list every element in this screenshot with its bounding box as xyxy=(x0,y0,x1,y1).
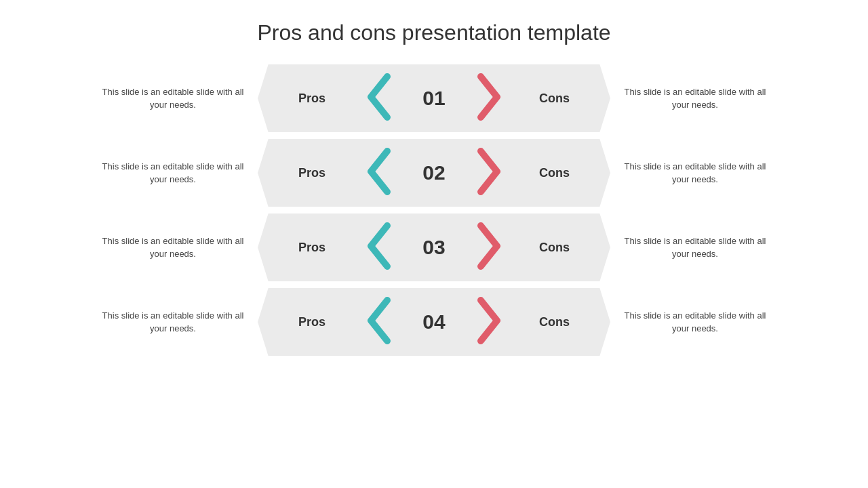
row-3: This slide is an editable slide with all… xyxy=(27,214,841,281)
center-shape-3: Pros 03 Cons xyxy=(258,214,610,281)
number-3: 03 xyxy=(422,236,445,259)
chevron-right-1 xyxy=(473,73,505,123)
right-text-1: This slide is an editable slide with all… xyxy=(610,85,773,112)
row-4: This slide is an editable slide with all… xyxy=(27,288,841,356)
chevron-right-2 xyxy=(473,148,505,198)
chevron-right-3 xyxy=(473,222,505,272)
rows-container: This slide is an editable slide with all… xyxy=(27,64,841,356)
row-2: This slide is an editable slide with all… xyxy=(27,139,841,207)
slide: Pros and cons presentation template This… xyxy=(0,0,868,488)
row-1: This slide is an editable slide with all… xyxy=(27,64,841,132)
center-shape-1: Pros 01 Cons xyxy=(258,64,610,132)
number-4: 04 xyxy=(422,310,445,333)
chevron-left-2 xyxy=(363,148,395,198)
left-text-3: This slide is an editable slide with all… xyxy=(95,235,258,261)
cons-label-4: Cons xyxy=(539,315,570,329)
pros-label-3: Pros xyxy=(298,241,326,255)
left-text-1: This slide is an editable slide with all… xyxy=(95,85,258,112)
number-1: 01 xyxy=(422,87,445,110)
cons-label-2: Cons xyxy=(539,166,570,180)
chevron-left-3 xyxy=(363,222,395,272)
pros-label-2: Pros xyxy=(298,166,326,180)
center-shape-2: Pros 02 Cons xyxy=(258,139,610,207)
right-text-4: This slide is an editable slide with all… xyxy=(610,309,773,336)
slide-title: Pros and cons presentation template xyxy=(257,20,610,45)
right-text-2: This slide is an editable slide with all… xyxy=(610,160,773,186)
cons-label-3: Cons xyxy=(539,241,570,255)
left-text-4: This slide is an editable slide with all… xyxy=(95,309,258,336)
chevron-left-1 xyxy=(363,73,395,123)
cons-label-1: Cons xyxy=(539,92,570,106)
number-2: 02 xyxy=(422,161,445,184)
chevron-left-4 xyxy=(363,297,395,347)
center-shape-4: Pros 04 Cons xyxy=(258,288,610,356)
right-text-3: This slide is an editable slide with all… xyxy=(610,235,773,261)
pros-label-4: Pros xyxy=(298,315,326,329)
left-text-2: This slide is an editable slide with all… xyxy=(95,160,258,186)
chevron-right-4 xyxy=(473,297,505,347)
pros-label-1: Pros xyxy=(298,92,326,106)
